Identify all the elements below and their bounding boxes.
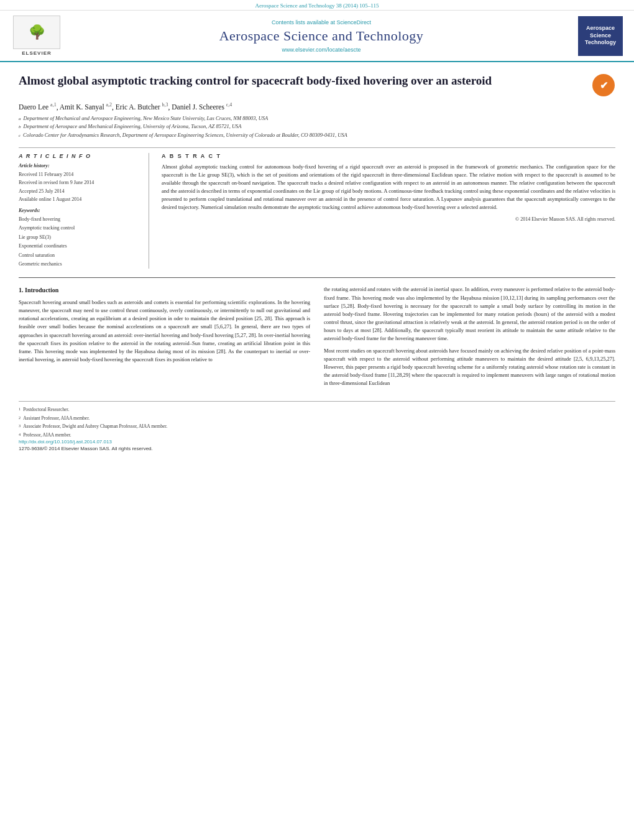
affiliation-b: b Department of Aerospace and Mechanical… xyxy=(19,122,615,131)
journal-name: Aerospace Science and Technology xyxy=(65,28,578,44)
body-col-right: the rotating asteroid and rotates with t… xyxy=(324,285,615,391)
affiliation-c: c Colorado Center for Astrodynamics Rese… xyxy=(19,131,615,140)
section-1-heading: 1. Introduction xyxy=(19,285,310,295)
affiliations: a Department of Mechanical and Aerospace… xyxy=(19,114,615,140)
footnote-3-text: Associate Professor, Dwight and Aubrey C… xyxy=(23,422,167,431)
article-title: Almost global asymptotic tracking contro… xyxy=(19,73,492,89)
page-wrapper: Aerospace Science and Technology 38 (201… xyxy=(0,0,634,840)
keywords-list: Body-fixed hovering Asymptotic tracking … xyxy=(19,215,140,269)
two-col-section: A R T I C L E I N F O Article history: R… xyxy=(19,153,615,269)
footnote-1: 1Postdoctoral Researcher. xyxy=(19,405,615,414)
received-date: Received 11 February 2014 xyxy=(19,170,140,179)
keyword-1: Body-fixed hovering xyxy=(19,215,140,224)
keyword-4: Exponential coordinates xyxy=(19,242,140,251)
elsevier-logo: 🌳 ELSEVIER xyxy=(9,16,65,56)
elsevier-label: ELSEVIER xyxy=(22,50,52,56)
doi-text: http://dx.doi.org/10.1016/j.ast.2014.07.… xyxy=(19,439,112,445)
elsevier-logo-box: 🌳 xyxy=(13,16,60,49)
available-date: Available online 1 August 2014 xyxy=(19,195,140,204)
affiliation-a-text: Department of Mechanical and Aerospace E… xyxy=(24,114,269,123)
keyword-6: Geometric mechanics xyxy=(19,260,140,269)
footer-section: 1Postdoctoral Researcher. 2Assistant Pro… xyxy=(19,401,615,451)
revised-date: Received in revised form 9 June 2014 xyxy=(19,178,140,187)
footnote-2: 2Assistant Professor, AIAA member. xyxy=(19,414,615,423)
affiliation-c-text: Colorado Center for Astrodynamics Resear… xyxy=(23,131,347,140)
banner-text: Aerospace Science and Technology 38 (201… xyxy=(255,2,379,9)
article-info-heading: A R T I C L E I N F O xyxy=(19,153,140,159)
abstract-text: Almost global asymptotic tracking contro… xyxy=(162,163,615,223)
contents-line: Contents lists available at ScienceDirec… xyxy=(65,19,578,25)
journal-title-block: Contents lists available at ScienceDirec… xyxy=(65,19,578,53)
crossmark-badge[interactable]: ✔ xyxy=(592,73,615,97)
journal-url[interactable]: www.elsevier.com/locate/aescte xyxy=(65,47,578,53)
crossmark-icon: ✔ xyxy=(592,74,615,96)
footnote-4: 4Professor, AIAA member. xyxy=(19,431,615,440)
keyword-3: Lie group SE(3) xyxy=(19,233,140,242)
divider-1 xyxy=(19,147,615,148)
journal-header: 🌳 ELSEVIER Contents lists available at S… xyxy=(0,11,634,62)
science-direct-link[interactable]: ScienceDirect xyxy=(337,19,372,25)
doi-line[interactable]: http://dx.doi.org/10.1016/j.ast.2014.07.… xyxy=(19,439,615,445)
footnote-1-text: Postdoctoral Researcher. xyxy=(23,405,69,414)
article-history-heading: Article history: xyxy=(19,163,140,168)
body-col-left: 1. Introduction Spacecraft hovering arou… xyxy=(19,285,310,391)
intro-para-2: the rotating asteroid and rotates with t… xyxy=(324,285,615,343)
keywords-heading: Keywords: xyxy=(19,208,140,213)
authors-line: Daero Lee a,1, Amit K. Sanyal a,2, Eric … xyxy=(19,102,615,111)
accepted-date: Accepted 25 July 2014 xyxy=(19,187,140,196)
copyright-line: © 2014 Elsevier Masson SAS. All rights r… xyxy=(162,216,615,223)
main-content: Almost global asymptotic tracking contro… xyxy=(0,62,634,458)
footnotes: 1Postdoctoral Researcher. 2Assistant Pro… xyxy=(19,405,615,439)
article-dates: Received 11 February 2014 Received in re… xyxy=(19,170,140,204)
elsevier-tree-icon: 🌳 xyxy=(29,24,45,40)
article-info-col: A R T I C L E I N F O Article history: R… xyxy=(19,153,149,269)
footnote-2-text: Assistant Professor, AIAA member. xyxy=(23,414,90,423)
intro-para-1: Spacecraft hovering around small bodies … xyxy=(19,298,310,364)
affiliation-a: a Department of Mechanical and Aerospace… xyxy=(19,114,615,123)
footnote-3: 3Associate Professor, Dwight and Aubrey … xyxy=(19,422,615,431)
top-banner: Aerospace Science and Technology 38 (201… xyxy=(0,0,634,11)
keyword-5: Control saturation xyxy=(19,251,140,260)
keyword-2: Asymptotic tracking control xyxy=(19,224,140,233)
footnote-4-text: Professor, AIAA member. xyxy=(23,431,71,440)
abstract-body: Almost global asymptotic tracking contro… xyxy=(162,164,615,211)
issn-line: 1270-9638/© 2014 Elsevier Masson SAS. Al… xyxy=(19,446,615,451)
body-divider xyxy=(19,277,615,278)
affiliation-b-text: Department of Aerospace and Mechanical E… xyxy=(24,122,242,131)
body-two-col: 1. Introduction Spacecraft hovering arou… xyxy=(19,285,615,391)
logo-abbr: AerospaceScienceTechnology xyxy=(585,25,616,47)
intro-para-3: Most recent studies on spacecraft hoveri… xyxy=(324,347,615,388)
abstract-col: A B S T R A C T Almost global asymptotic… xyxy=(162,153,615,269)
contents-label: Contents lists available at xyxy=(272,19,335,25)
journal-logo-right: AerospaceScienceTechnology xyxy=(578,16,623,56)
abstract-heading: A B S T R A C T xyxy=(162,153,615,159)
article-title-row: Almost global asymptotic tracking contro… xyxy=(19,73,615,97)
